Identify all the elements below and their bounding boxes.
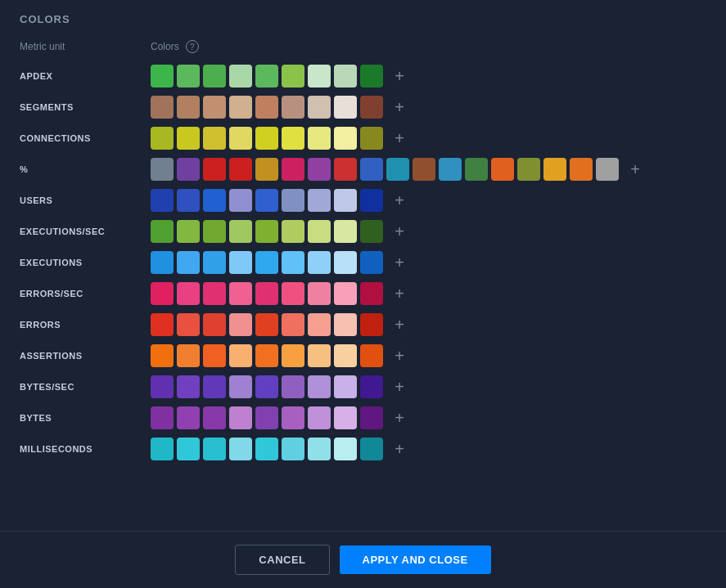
color-swatch[interactable] <box>308 158 331 181</box>
color-swatch[interactable] <box>517 158 540 181</box>
color-swatch[interactable] <box>543 158 566 181</box>
color-swatch[interactable] <box>308 65 331 88</box>
color-swatch[interactable] <box>282 220 304 243</box>
color-swatch[interactable] <box>177 96 200 119</box>
color-swatch[interactable] <box>203 313 226 336</box>
color-swatch[interactable] <box>255 344 278 367</box>
color-swatch[interactable] <box>308 406 331 429</box>
color-swatch[interactable] <box>308 251 331 274</box>
color-swatch[interactable] <box>308 96 331 119</box>
color-swatch[interactable] <box>360 344 383 367</box>
color-swatch[interactable] <box>151 251 174 274</box>
cancel-button[interactable]: CANCEL <box>235 545 329 575</box>
color-swatch[interactable] <box>360 313 383 336</box>
color-swatch[interactable] <box>229 251 252 274</box>
add-color-button[interactable]: + <box>388 438 411 460</box>
color-swatch[interactable] <box>229 438 252 460</box>
color-swatch[interactable] <box>282 344 304 367</box>
add-color-button[interactable]: + <box>388 313 411 336</box>
color-swatch[interactable] <box>229 220 252 243</box>
color-swatch[interactable] <box>465 158 488 181</box>
color-swatch[interactable] <box>255 375 278 398</box>
color-swatch[interactable] <box>570 158 593 181</box>
color-swatch[interactable] <box>255 65 278 88</box>
color-swatch[interactable] <box>308 375 331 398</box>
color-swatch[interactable] <box>229 65 252 88</box>
color-swatch[interactable] <box>229 375 252 398</box>
color-swatch[interactable] <box>308 127 331 150</box>
color-swatch[interactable] <box>282 96 304 119</box>
color-swatch[interactable] <box>334 96 357 119</box>
color-swatch[interactable] <box>360 375 383 398</box>
color-swatch[interactable] <box>360 96 383 119</box>
color-swatch[interactable] <box>151 127 174 150</box>
color-swatch[interactable] <box>334 438 357 460</box>
color-swatch[interactable] <box>151 158 174 181</box>
color-swatch[interactable] <box>177 251 200 274</box>
color-swatch[interactable] <box>360 127 383 150</box>
color-swatch[interactable] <box>596 158 619 181</box>
color-swatch[interactable] <box>282 251 304 274</box>
color-swatch[interactable] <box>386 158 409 181</box>
color-swatch[interactable] <box>203 65 226 88</box>
add-color-button[interactable]: + <box>388 406 411 429</box>
color-swatch[interactable] <box>203 375 226 398</box>
color-swatch[interactable] <box>255 251 278 274</box>
color-swatch[interactable] <box>334 251 357 274</box>
color-swatch[interactable] <box>255 406 278 429</box>
color-swatch[interactable] <box>177 375 200 398</box>
color-swatch[interactable] <box>360 438 383 460</box>
color-swatch[interactable] <box>203 251 226 274</box>
color-swatch[interactable] <box>255 220 278 243</box>
color-swatch[interactable] <box>203 220 226 243</box>
color-swatch[interactable] <box>308 189 331 212</box>
color-swatch[interactable] <box>282 127 304 150</box>
color-swatch[interactable] <box>151 65 174 88</box>
color-swatch[interactable] <box>151 438 174 460</box>
color-swatch[interactable] <box>334 158 357 181</box>
color-swatch[interactable] <box>255 282 278 305</box>
add-color-button[interactable]: + <box>388 189 411 212</box>
color-swatch[interactable] <box>151 96 174 119</box>
color-swatch[interactable] <box>308 438 331 460</box>
add-color-button[interactable]: + <box>388 65 411 88</box>
color-swatch[interactable] <box>177 189 200 212</box>
color-swatch[interactable] <box>229 313 252 336</box>
color-swatch[interactable] <box>177 220 200 243</box>
color-swatch[interactable] <box>203 344 226 367</box>
color-swatch[interactable] <box>151 406 174 429</box>
add-color-button[interactable]: + <box>388 282 411 305</box>
color-swatch[interactable] <box>334 220 357 243</box>
add-color-button[interactable]: + <box>388 344 411 367</box>
color-swatch[interactable] <box>203 438 226 460</box>
color-swatch[interactable] <box>282 65 304 88</box>
color-swatch[interactable] <box>360 251 383 274</box>
color-swatch[interactable] <box>491 158 514 181</box>
color-swatch[interactable] <box>282 282 304 305</box>
add-color-button[interactable]: + <box>388 96 411 119</box>
color-swatch[interactable] <box>308 282 331 305</box>
color-swatch[interactable] <box>177 127 200 150</box>
color-swatch[interactable] <box>308 220 331 243</box>
color-swatch[interactable] <box>282 406 304 429</box>
color-swatch[interactable] <box>229 406 252 429</box>
add-color-button[interactable]: + <box>624 158 647 181</box>
color-swatch[interactable] <box>255 438 278 460</box>
color-swatch[interactable] <box>334 127 357 150</box>
add-color-button[interactable]: + <box>388 251 411 274</box>
color-swatch[interactable] <box>282 438 304 460</box>
color-swatch[interactable] <box>334 344 357 367</box>
color-swatch[interactable] <box>308 344 331 367</box>
color-swatch[interactable] <box>360 65 383 88</box>
add-color-button[interactable]: + <box>388 127 411 150</box>
color-swatch[interactable] <box>255 158 278 181</box>
color-swatch[interactable] <box>334 313 357 336</box>
color-swatch[interactable] <box>413 158 435 181</box>
color-swatch[interactable] <box>360 220 383 243</box>
color-swatch[interactable] <box>151 220 174 243</box>
add-color-button[interactable]: + <box>388 220 411 243</box>
color-swatch[interactable] <box>151 282 174 305</box>
color-swatch[interactable] <box>203 189 226 212</box>
color-swatch[interactable] <box>282 158 304 181</box>
apply-close-button[interactable]: APPLY AND CLOSE <box>340 545 491 574</box>
